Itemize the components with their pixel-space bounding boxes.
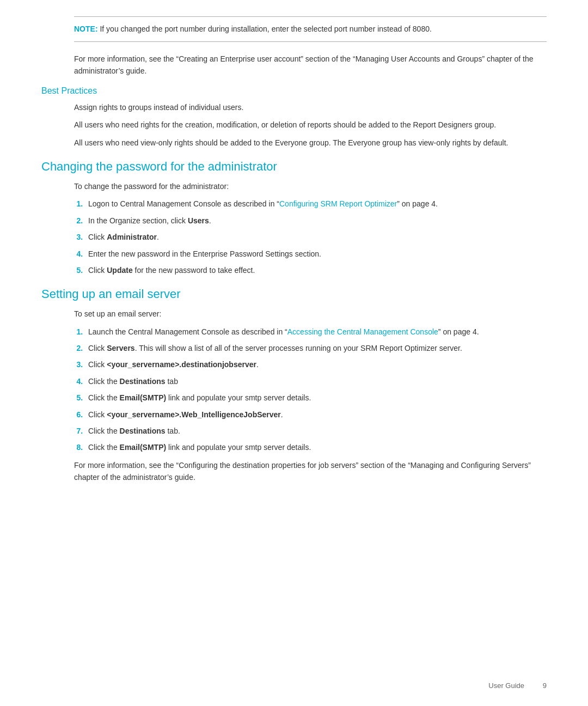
- es-step4-after: tab: [166, 377, 178, 386]
- es-step2-bold: Servers: [107, 344, 134, 352]
- step3-after: .: [157, 233, 159, 241]
- es-step6-after: .: [281, 410, 283, 419]
- step4-text: Enter the new password in the Enterprise…: [88, 249, 321, 258]
- es-step7-before: Click the: [88, 427, 120, 435]
- es-step3-before: Click: [88, 360, 107, 369]
- footer-label: User Guide: [488, 681, 524, 690]
- note-content: If you changed the port number during in…: [98, 25, 432, 33]
- list-item: Launch the Central Management Console as…: [85, 326, 547, 338]
- step3-before: Click: [88, 233, 107, 241]
- es-step5-bold: Email(SMTP): [120, 393, 167, 402]
- es-step7-bold: Destinations: [120, 427, 166, 435]
- email-server-heading: Setting up an email server: [41, 287, 547, 301]
- list-item: Click the Destinations tab: [85, 375, 547, 387]
- best-practices-heading: Best Practices: [41, 86, 547, 96]
- es-step4-before: Click the: [88, 377, 120, 386]
- step2-before: In the Organize section, click: [88, 216, 188, 225]
- es-step1-after: ” on page 4.: [438, 327, 479, 336]
- best-practices-item-3: All users who need view-only rights shou…: [74, 137, 547, 149]
- footer-divider: [530, 681, 537, 690]
- es-step7-after: tab.: [166, 427, 180, 435]
- es-step4-bold: Destinations: [120, 377, 166, 386]
- list-item: Click <your_servername>.destinationjobse…: [85, 358, 547, 370]
- es-step1-before: Launch the Central Management Console as…: [88, 327, 287, 336]
- footer-page: 9: [543, 681, 547, 690]
- list-item: Enter the new password in the Enterprise…: [85, 248, 547, 260]
- note-box: NOTE: If you changed the port number dur…: [74, 16, 547, 42]
- list-item: Click Servers. This will show a list of …: [85, 342, 547, 354]
- es-step6-before: Click: [88, 410, 107, 419]
- list-item: Click Update for the new password to tak…: [85, 264, 547, 276]
- list-item: Click the Email(SMTP) link and populate …: [85, 441, 547, 453]
- step2-bold: Users: [188, 216, 209, 225]
- list-item: In the Organize section, click Users.: [85, 215, 547, 227]
- email-server-steps: Launch the Central Management Console as…: [85, 326, 547, 454]
- note-text: NOTE: If you changed the port number dur…: [74, 23, 547, 35]
- change-password-intro: To change the password for the administr…: [74, 180, 547, 192]
- es-step8-after: link and populate your smtp server detai…: [166, 443, 311, 452]
- step2-after: .: [209, 216, 211, 225]
- best-practices-item-1: Assign rights to groups instead of indiv…: [74, 101, 547, 113]
- change-password-heading: Changing the password for the administra…: [41, 160, 547, 174]
- configuring-srm-link[interactable]: Configuring SRM Report Optimizer: [279, 199, 397, 208]
- email-server-intro: To set up an email server:: [74, 308, 547, 320]
- step5-before: Click: [88, 266, 107, 275]
- step1-after: ” on page 4.: [397, 199, 438, 208]
- es-step2-before: Click: [88, 344, 107, 352]
- page-footer: User Guide 9: [488, 681, 547, 690]
- es-step5-after: link and populate your smtp server detai…: [166, 393, 311, 402]
- step5-bold: Update: [107, 266, 132, 275]
- step1-before: Logon to Central Management Console as d…: [88, 199, 279, 208]
- note-label: NOTE:: [74, 25, 98, 33]
- best-practices-item-2: All users who need rights for the creati…: [74, 119, 547, 131]
- list-item: Click the Email(SMTP) link and populate …: [85, 392, 547, 404]
- email-server-footer-note: For more information, see the “Configuri…: [74, 459, 547, 484]
- es-step2-after: . This will show a list of all of the se…: [135, 344, 462, 352]
- es-step8-bold: Email(SMTP): [120, 443, 167, 452]
- es-step5-before: Click the: [88, 393, 120, 402]
- step5-after: for the new password to take effect.: [133, 266, 255, 275]
- step3-bold: Administrator: [107, 233, 157, 241]
- list-item: Click the Destinations tab.: [85, 425, 547, 437]
- es-step6-bold: <your_servername>.Web_IntelligenceJobSer…: [107, 410, 281, 419]
- es-step8-before: Click the: [88, 443, 120, 452]
- list-item: Click Administrator.: [85, 231, 547, 243]
- accessing-cmc-link[interactable]: Accessing the Central Management Console: [287, 327, 438, 336]
- change-password-steps: Logon to Central Management Console as d…: [85, 198, 547, 276]
- list-item: Click <your_servername>.Web_Intelligence…: [85, 409, 547, 421]
- es-step3-bold: <your_servername>.destinationjobserver: [107, 360, 256, 369]
- list-item: Logon to Central Management Console as d…: [85, 198, 547, 210]
- intro-paragraph: For more information, see the “Creating …: [74, 53, 547, 77]
- page-container: NOTE: If you changed the port number dur…: [0, 0, 588, 525]
- es-step3-after: .: [256, 360, 259, 369]
